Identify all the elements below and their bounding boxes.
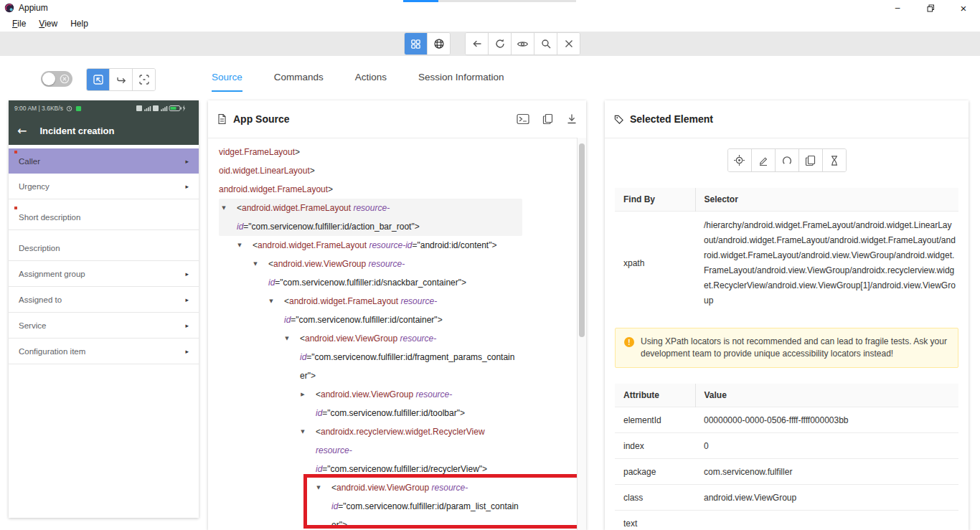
node-tag: android.view.ViewGroup <box>321 389 413 399</box>
wait-button[interactable] <box>823 149 846 171</box>
device-field-assignment-group[interactable]: Assignment group▸ <box>9 261 199 287</box>
tree-partial-line[interactable]: oid.widget.LinearLayout> <box>208 161 586 180</box>
tree-node[interactable]: ▼<android.widget.FrameLayout resource-id… <box>208 236 586 255</box>
attribute-row-text[interactable]: text <box>615 511 958 530</box>
device-form: Caller▸Urgency▸Short descriptionDescript… <box>9 145 199 364</box>
node-attr: resource- <box>369 240 405 250</box>
expand-down-icon[interactable]: ▼ <box>314 478 324 497</box>
tree-node-row: ▼<android.widget.FrameLayout resource-id… <box>235 236 500 255</box>
native-web-context-button[interactable] <box>428 33 450 55</box>
tree-partial-line[interactable]: android.widget.FrameLayout> <box>208 180 586 199</box>
expand-down-icon[interactable]: ▼ <box>298 422 308 441</box>
restore-button[interactable] <box>914 0 947 16</box>
attribute-name: elementId <box>615 407 695 433</box>
select-elements-mode-button[interactable] <box>87 69 110 90</box>
highlight-elements-button[interactable] <box>512 33 534 55</box>
attribute-row-index[interactable]: index0 <box>615 433 958 459</box>
tree-partial-line[interactable]: vidget.FrameLayout> <box>208 143 586 161</box>
tab-actions[interactable]: Actions <box>355 72 387 92</box>
clear-button[interactable] <box>776 149 799 171</box>
select-element-icon <box>93 74 104 85</box>
selected-element-panel: Selected Element <box>605 100 969 530</box>
attribute-value: 00000000-0000-0506-ffff-ffff000003bb <box>695 407 958 433</box>
terminal-icon[interactable] <box>517 113 529 125</box>
node-pun: < <box>253 240 258 250</box>
node-val: "com.servicenow.fulfiller:id/recyclerVie… <box>327 464 482 474</box>
device-field-caller[interactable]: Caller▸ <box>9 148 199 174</box>
find-by-key: xpath <box>615 212 695 316</box>
tree-node[interactable]: ▼<androidx.recyclerview.widget.RecyclerV… <box>208 422 586 478</box>
find-by-header: Find By <box>615 188 695 212</box>
quit-session-button[interactable] <box>557 33 580 55</box>
tab-commands[interactable]: Commands <box>274 72 324 92</box>
find-by-row[interactable]: xpath /hierarchy/android.widget.FrameLay… <box>615 212 958 316</box>
tree-node-row: ▼<android.widget.FrameLayout resource-id… <box>266 292 522 329</box>
tap-coordinates-icon <box>138 74 150 85</box>
expand-down-icon[interactable]: ▼ <box>235 236 245 255</box>
attribute-name: index <box>615 433 695 459</box>
tap-coordinates-mode-button[interactable] <box>133 69 155 90</box>
tree-node[interactable]: ▼<android.widget.FrameLayout resource-id… <box>208 199 586 236</box>
scrollbar-thumb[interactable] <box>579 143 585 337</box>
device-field-service[interactable]: Service▸ <box>9 313 199 339</box>
node-tag: android.widget.FrameLayout <box>289 296 398 306</box>
copy-attributes-button[interactable] <box>799 149 823 171</box>
expand-down-icon[interactable]: ▼ <box>282 329 292 348</box>
device-field-configuration-item[interactable]: Configuration item▸ <box>9 339 199 364</box>
menu-help[interactable]: Help <box>64 19 95 29</box>
node-pun: < <box>316 427 321 437</box>
search-button[interactable] <box>534 33 557 55</box>
attribute-value: 0 <box>695 433 958 459</box>
minimize-button[interactable]: – <box>881 0 914 16</box>
expand-right-icon[interactable]: ▶ <box>298 385 308 404</box>
screenshot-mode-toggle[interactable] <box>41 71 72 87</box>
node-pun: < <box>300 333 305 344</box>
eye-icon <box>517 38 529 50</box>
download-icon[interactable] <box>566 113 578 125</box>
expand-down-icon[interactable]: ▼ <box>250 255 260 273</box>
node-pun: > <box>482 464 487 474</box>
node-tag: android.view.ViewGroup <box>336 483 429 493</box>
close-button[interactable]: × <box>947 0 980 16</box>
tree-node[interactable]: ▼<android.view.ViewGroup resource-id="co… <box>208 478 586 530</box>
node-attr: id <box>316 464 322 474</box>
send-keys-button[interactable] <box>752 149 776 171</box>
menu-view[interactable]: View <box>32 19 64 29</box>
attribute-row-package[interactable]: packagecom.servicenow.fulfiller <box>615 459 958 485</box>
tab-session-information[interactable]: Session Information <box>418 72 504 92</box>
attribute-row-class[interactable]: classandroid.view.ViewGroup <box>615 485 958 511</box>
device-screenshot-panel[interactable]: 9:00 AM | 3.6KB/s ← Incident creation Ca… <box>9 100 199 518</box>
restore-icon <box>927 4 935 12</box>
tree-node-text: <android.view.ViewGroup resource-id="com… <box>328 478 522 530</box>
chevron-right-icon: ▸ <box>185 183 189 190</box>
tree-node[interactable]: ▶<android.view.ViewGroup resource-id="co… <box>208 385 586 422</box>
back-button[interactable] <box>466 33 489 55</box>
node-val: "android:id/content" <box>418 240 492 250</box>
node-pun: > <box>311 371 316 381</box>
grid-view-button[interactable] <box>405 33 428 55</box>
device-field-urgency[interactable]: Urgency▸ <box>9 174 199 199</box>
device-field-description[interactable]: Description <box>9 235 199 261</box>
tab-source[interactable]: Source <box>212 72 242 92</box>
device-back-arrow-icon[interactable]: ← <box>17 124 27 138</box>
close-session-icon <box>564 39 574 49</box>
tree-node-text: <android.widget.FrameLayout resource-id=… <box>281 292 522 329</box>
source-scrollbar[interactable] <box>577 138 586 530</box>
attribute-row-elementid[interactable]: elementId00000000-0000-0506-ffff-ffff000… <box>615 407 958 433</box>
copy-icon[interactable] <box>542 113 553 125</box>
expand-down-icon[interactable]: ▼ <box>266 292 276 311</box>
tree-node[interactable]: ▼<android.widget.FrameLayout resource-id… <box>208 292 586 329</box>
menu-file[interactable]: File <box>6 19 32 29</box>
tree-node-text: <android.view.ViewGroup resource-id="com… <box>312 385 522 422</box>
refresh-button[interactable] <box>489 33 512 55</box>
device-field-assigned-to[interactable]: Assigned to▸ <box>9 287 199 313</box>
swipe-mode-button[interactable] <box>110 69 133 90</box>
expand-down-icon[interactable]: ▼ <box>219 199 229 217</box>
tree-node[interactable]: ▼<android.view.ViewGroup resource-id="co… <box>208 329 586 385</box>
tree-node[interactable]: ▼<android.view.ViewGroup resource-id="co… <box>208 255 586 292</box>
tree-node-row: ▶<android.view.ViewGroup resource-id="co… <box>298 385 522 422</box>
node-pun: < <box>316 389 321 399</box>
tap-element-button[interactable] <box>728 149 752 171</box>
window-title: Appium <box>19 3 48 13</box>
device-field-short-description[interactable]: Short description <box>9 204 199 230</box>
